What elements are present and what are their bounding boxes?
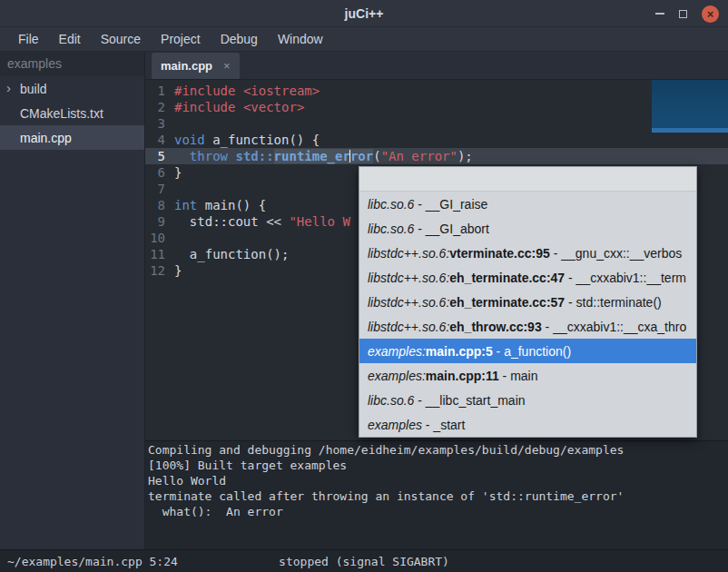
tab-close-icon[interactable]: × <box>223 59 231 73</box>
code-line: 3 <box>145 115 728 132</box>
code-line: 4void a_function() { <box>145 132 728 148</box>
line-number: 10 <box>145 230 165 246</box>
code-segment: #include <box>174 100 235 114</box>
code-segment: void <box>174 133 205 147</box>
code-segment: main() { <box>197 198 266 212</box>
frame-row[interactable]: libstdc++.so.6:vterminate.cc:95 - __gnu_… <box>359 241 696 265</box>
code-segment: "An error" <box>381 149 457 163</box>
frame-row[interactable]: libc.so.6 - __GI_raise <box>359 192 696 216</box>
code-segment: ror <box>350 149 373 163</box>
tabbar: main.cpp× <box>145 52 728 80</box>
code-text: throw std::runtime_error("An error"); <box>174 149 473 163</box>
frame-row[interactable]: libstdc++.so.6:eh_terminate.cc:47 - __cx… <box>359 265 696 290</box>
code-line: 2#include <vector> <box>145 99 728 115</box>
code-segment: } <box>174 263 182 278</box>
tree-item-label: main.cpp <box>20 131 72 145</box>
statusbar: stopped (signal SIGABRT) ~/examples/main… <box>0 549 728 572</box>
line-number: 12 <box>145 262 165 279</box>
line-number: 2 <box>145 99 165 115</box>
frame-row[interactable]: examples:main.cpp:11 - main <box>359 363 696 388</box>
tree-item-build[interactable]: ›build <box>0 76 144 101</box>
line-number: 1 <box>145 83 165 99</box>
frame-module: libstdc++.so.6: <box>368 320 449 334</box>
menu-window[interactable]: Window <box>268 27 333 51</box>
frame-function: - __cxxabiv1::__cxa_thro <box>542 320 687 334</box>
frame-list: libc.so.6 - __GI_raiselibc.so.6 - __GI_a… <box>359 192 696 437</box>
line-number: 5 <box>145 148 165 164</box>
code-segment: runtime_er <box>274 149 350 163</box>
frame-row[interactable]: libc.so.6 - __libc_start_main <box>359 388 696 412</box>
code-segment <box>235 84 242 98</box>
frame-module: libstdc++.so.6: <box>368 246 449 261</box>
code-text: void a_function() { <box>174 133 320 147</box>
app-window: juCi++ × FileEditSourceProjectDebugWindo… <box>0 0 728 572</box>
chevron-right-icon[interactable]: › <box>6 76 11 101</box>
frame-row[interactable]: libstdc++.so.6:eh_terminate.cc:57 - std:… <box>359 290 696 314</box>
frame-function: - __libc_start_main <box>414 393 525 408</box>
frame-function: - __GI_abort <box>414 222 489 236</box>
tree-item-cmakelists-txt[interactable]: CMakeLists.txt <box>0 101 144 125</box>
tab-main-cpp[interactable]: main.cpp× <box>152 53 240 79</box>
restore-icon[interactable] <box>679 10 687 18</box>
frame-function: - std::terminate() <box>565 295 662 310</box>
code-segment: int <box>174 198 197 212</box>
tree-item-label: CMakeLists.txt <box>20 106 103 121</box>
frame-function: - __GI_raise <box>414 197 487 212</box>
code-segment: <iostream> <box>243 84 320 98</box>
line-number: 11 <box>145 246 165 262</box>
code-segment <box>235 100 242 114</box>
menu-source[interactable]: Source <box>91 27 151 51</box>
tree-item-main-cpp[interactable]: main.cpp <box>0 125 144 150</box>
line-number: 9 <box>145 213 165 230</box>
frame-function: - __gnu_cxx::__verbos <box>550 246 683 261</box>
menu-file[interactable]: File <box>8 27 49 51</box>
code-line: 1#include <iostream> <box>145 83 728 99</box>
line-number: 7 <box>145 181 165 197</box>
frame-popup-header <box>359 167 696 192</box>
code-segment: } <box>174 165 182 180</box>
file-position: ~/examples/main.cpp 5:24 <box>7 555 178 568</box>
frame-row[interactable]: libc.so.6 - __GI_abort <box>359 216 696 241</box>
frame-location: eh_throw.cc:93 <box>449 320 541 334</box>
code-segment: "Hello W <box>289 214 349 229</box>
terminal[interactable]: Compiling and debugging /home/eidheim/ex… <box>145 440 728 549</box>
line-number: 3 <box>145 115 165 132</box>
code-segment: std::cout << <box>174 214 289 229</box>
frame-location: eh_terminate.cc:57 <box>449 295 565 310</box>
tooltip-artifact <box>652 80 728 133</box>
frame-module: libc.so.6 <box>368 393 414 408</box>
code-text: std::cout << "Hello W <box>174 214 350 229</box>
code-text: int main() { <box>174 198 266 212</box>
terminal-line: Compiling and debugging /home/eidheim/ex… <box>148 442 725 458</box>
terminal-line: what(): An error <box>148 504 725 519</box>
file-tree: ›buildCMakeLists.txtmain.cpp <box>0 76 144 150</box>
frame-module: examples <box>368 418 422 432</box>
menu-debug[interactable]: Debug <box>211 27 268 51</box>
line-number: 4 <box>145 132 165 148</box>
frame-row[interactable]: libstdc++.so.6:eh_throw.cc:93 - __cxxabi… <box>359 314 696 339</box>
frame-module: examples: <box>368 344 426 359</box>
frame-module: libc.so.6 <box>368 222 414 236</box>
frame-module: libstdc++.so.6: <box>368 295 449 310</box>
frame-function: - __cxxabiv1::__term <box>565 271 686 285</box>
menu-project[interactable]: Project <box>151 27 211 51</box>
menu-edit[interactable]: Edit <box>49 27 91 51</box>
frame-location: vterminate.cc:95 <box>449 246 550 261</box>
terminal-line: [100%] Built target examples <box>148 458 725 473</box>
frame-row[interactable]: examples:main.cpp:5 - a_function() <box>359 339 696 363</box>
code-segment: throw <box>190 149 228 163</box>
frame-module: examples: <box>368 369 426 383</box>
frame-row[interactable]: examples - _start <box>359 412 696 437</box>
tree-item-label: build <box>20 82 47 96</box>
terminal-line: terminate called after throwing an insta… <box>148 488 725 504</box>
tab-label: main.cpp <box>161 59 212 73</box>
close-icon[interactable]: × <box>702 5 719 23</box>
window-controls: × <box>655 0 719 27</box>
line-number: 6 <box>145 164 165 181</box>
titlebar[interactable]: juCi++ × <box>0 0 728 27</box>
code-segment: #include <box>174 84 235 98</box>
minimize-icon[interactable] <box>655 13 664 15</box>
frame-function: - _start <box>422 418 465 432</box>
terminal-line: Hello World <box>148 473 725 488</box>
code-segment: a_function(); <box>174 247 289 261</box>
